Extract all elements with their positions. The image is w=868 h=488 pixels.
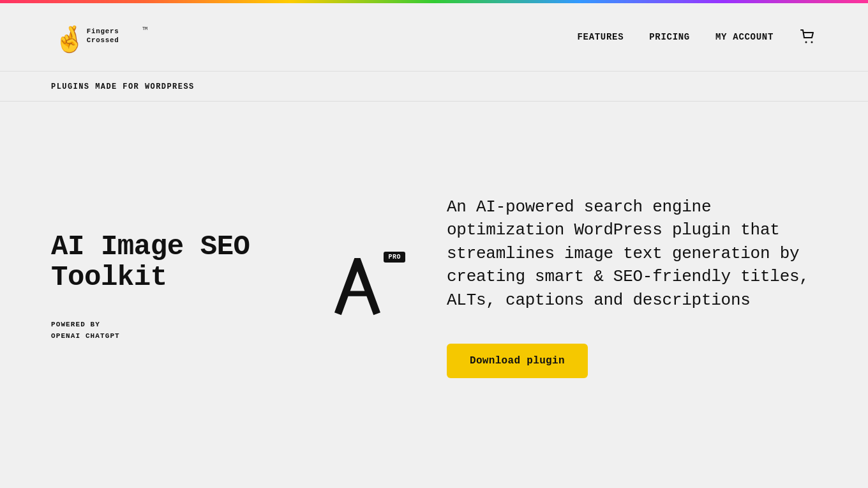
- svg-text:TM: TM: [142, 26, 147, 31]
- download-button[interactable]: Download plugin: [447, 344, 588, 378]
- left-section: AI Image SEO Toolkit POWERED BY OPENAI C…: [51, 231, 268, 342]
- svg-text:Crossed: Crossed: [87, 36, 119, 44]
- plugin-logo-container: PRO: [329, 258, 386, 316]
- features-nav-link[interactable]: FEATURES: [577, 32, 624, 42]
- svg-text:🤞: 🤞: [54, 24, 86, 54]
- pro-badge: PRO: [384, 252, 405, 263]
- plugin-title: AI Image SEO Toolkit: [51, 231, 268, 293]
- cart-icon-container[interactable]: [799, 28, 817, 46]
- cart-icon: [799, 28, 817, 46]
- main-nav: FEATURES PRICING MY ACCOUNT: [577, 28, 817, 46]
- logo-container: 🤞 Fingers Crossed TM: [51, 15, 160, 59]
- right-section: An AI-powered search engine optimization…: [447, 195, 817, 378]
- main-content: AI Image SEO Toolkit POWERED BY OPENAI C…: [0, 102, 868, 472]
- sub-header: PLUGINS MADE FOR WORDPRESS: [0, 72, 868, 102]
- svg-point-5: [811, 42, 813, 43]
- center-section: PRO: [268, 258, 447, 316]
- header: 🤞 Fingers Crossed TM FEATURES PRICING MY…: [0, 3, 868, 72]
- fingers-crossed-logo: 🤞 Fingers Crossed TM: [51, 15, 160, 59]
- breadcrumb: PLUGINS MADE FOR WORDPRESS: [51, 82, 195, 91]
- svg-point-4: [805, 42, 807, 43]
- pricing-nav-link[interactable]: PRICING: [649, 32, 690, 42]
- powered-by-text: POWERED BY OPENAI CHATGPT: [51, 319, 268, 342]
- my-account-nav-link[interactable]: MY ACCOUNT: [715, 32, 774, 42]
- plugin-icon: [329, 258, 386, 316]
- svg-text:Fingers: Fingers: [87, 27, 119, 35]
- description-text: An AI-powered search engine optimization…: [447, 195, 817, 312]
